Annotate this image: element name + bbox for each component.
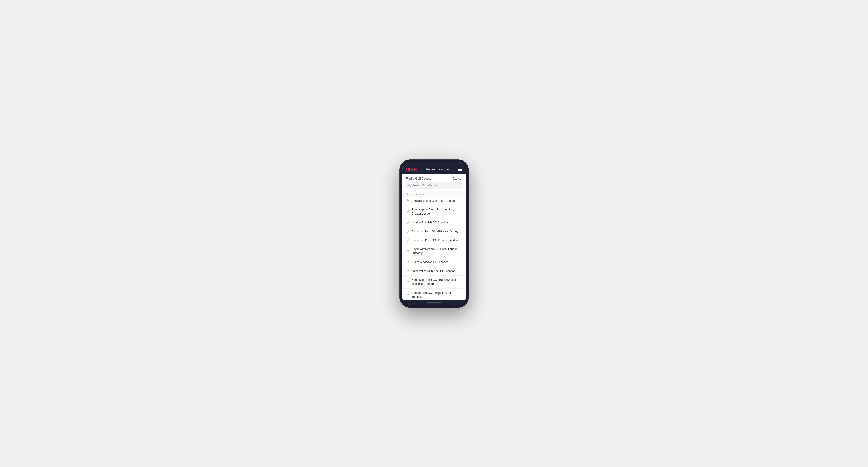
list-item[interactable]: Royal Wimbledon GC, Great London Authori… xyxy=(402,245,466,258)
app-logo: clippd xyxy=(406,167,418,172)
list-item[interactable]: North Middlesex GC (1011942 - North Midd… xyxy=(402,276,466,289)
svg-point-3 xyxy=(407,211,408,212)
svg-line-1 xyxy=(410,186,411,187)
nearby-label: Nearby courses xyxy=(402,191,466,196)
phone-screen: clippd Recent Searches Find a Golf Cours… xyxy=(402,162,466,305)
list-item[interactable]: Richmond Park GC - Duke's, London xyxy=(402,236,466,245)
svg-point-8 xyxy=(407,261,408,262)
location-pin-icon xyxy=(406,221,409,224)
location-pin-icon xyxy=(406,230,409,233)
course-name: London Scottish GC, London xyxy=(411,221,448,225)
list-item[interactable]: Coombe Hill GC, Kingston upon Thames xyxy=(402,289,466,300)
search-box xyxy=(405,182,463,189)
location-pin-icon xyxy=(406,239,409,242)
find-title: Find a Golf Course xyxy=(406,177,432,180)
list-item[interactable]: Roehampton Club - Roehampton, Greater Lo… xyxy=(402,205,466,218)
course-name: Royal Wimbledon GC, Great London Authori… xyxy=(411,247,462,255)
location-pin-icon xyxy=(406,199,409,203)
svg-point-9 xyxy=(407,271,408,271)
hamburger-menu-icon[interactable] xyxy=(458,168,462,171)
location-pin-icon xyxy=(406,280,409,284)
svg-point-6 xyxy=(407,240,408,240)
svg-point-11 xyxy=(407,294,408,294)
home-indicator-bar xyxy=(427,302,441,303)
svg-point-10 xyxy=(407,281,408,282)
svg-point-7 xyxy=(407,251,408,251)
list-item[interactable]: London Scottish GC, London xyxy=(402,218,466,227)
course-name: Brent Valley Municipal GC, London xyxy=(411,269,456,273)
home-indicator xyxy=(402,301,466,305)
course-name: Roehampton Club - Roehampton, Greater Lo… xyxy=(411,208,462,216)
location-pin-icon xyxy=(406,270,409,273)
search-input[interactable] xyxy=(412,184,460,187)
content-area: Find a Golf Course Cancel Nearby courses… xyxy=(402,174,466,301)
course-name: Richmond Park GC - Prince's, Surrey xyxy=(411,229,458,234)
nav-bar: clippd Recent Searches xyxy=(402,165,466,174)
location-pin-icon xyxy=(406,250,409,253)
list-item[interactable]: Central London Golf Centre, London xyxy=(402,196,466,206)
course-name: Richmond Park GC - Duke's, London xyxy=(411,238,458,242)
list-item[interactable]: Richmond Park GC - Prince's, Surrey xyxy=(402,227,466,236)
svg-point-5 xyxy=(407,231,408,231)
list-item[interactable]: Dukes Meadows GC, London xyxy=(402,258,466,267)
nav-title: Recent Searches xyxy=(426,167,450,171)
find-header: Find a Golf Course Cancel xyxy=(402,174,466,182)
phone-frame: clippd Recent Searches Find a Golf Cours… xyxy=(399,159,469,308)
list-item[interactable]: Brent Valley Municipal GC, London xyxy=(402,267,466,276)
course-name: North Middlesex GC (1011942 - North Midd… xyxy=(411,278,462,286)
course-list: Central London Golf Centre, LondonRoeham… xyxy=(402,196,466,301)
location-pin-icon xyxy=(406,260,409,264)
location-pin-icon xyxy=(406,210,409,213)
course-name: Coombe Hill GC, Kingston upon Thames xyxy=(411,291,462,299)
status-bar xyxy=(402,162,466,165)
search-icon xyxy=(408,184,411,187)
cancel-button[interactable]: Cancel xyxy=(453,177,462,180)
search-container xyxy=(402,182,466,191)
course-name: Central London Golf Centre, London xyxy=(411,199,457,203)
svg-point-4 xyxy=(407,222,408,222)
svg-point-2 xyxy=(407,200,408,200)
location-pin-icon xyxy=(406,293,409,297)
course-name: Dukes Meadows GC, London xyxy=(411,260,448,264)
